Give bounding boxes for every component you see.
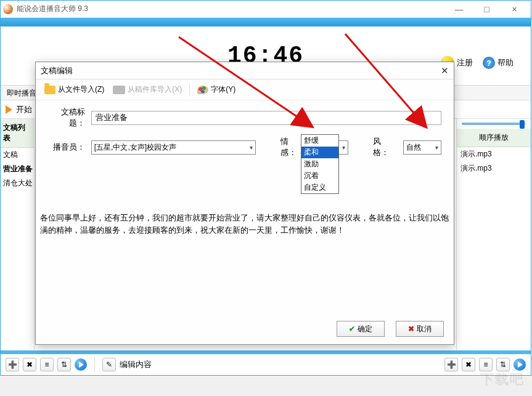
edit-dialog: 文稿编辑 ✕ 从文件导入(Z) 从稿件库导入(X) 字体(Y) 文稿标题： 播音…	[35, 62, 454, 345]
list-icon-2[interactable]: ≡	[479, 358, 493, 371]
emotion-option[interactable]: 激励	[301, 158, 338, 170]
list-icon[interactable]: ≡	[40, 358, 54, 371]
emotion-option[interactable]: 沉着	[301, 170, 338, 182]
sort-icon-2[interactable]: ⇅	[496, 358, 510, 371]
chevron-down-icon: ▾	[250, 144, 253, 151]
play-icon[interactable]	[6, 105, 12, 114]
import-file-button[interactable]: 从文件导入(Z)	[41, 83, 108, 96]
close-button[interactable]: ×	[501, 1, 528, 18]
emotion-dropdown[interactable]: 舒缓 柔和 激励 沉着 自定义	[301, 134, 339, 194]
dialog-title: 文稿编辑	[41, 65, 73, 76]
font-label: 字体(Y)	[211, 84, 235, 95]
x-icon: ✖	[408, 325, 414, 333]
add-icon[interactable]: ➕	[6, 358, 19, 371]
list-item[interactable]: 清仓大处	[1, 176, 34, 190]
font-button[interactable]: 字体(Y)	[194, 83, 239, 96]
add-icon-2[interactable]: ➕	[444, 358, 458, 371]
dialog-body-text: 各位同事早上好，还有五分钟，我们的超市就要开始营业了，请大家整理好自己的仪容仪表…	[40, 212, 449, 236]
remove-icon-2[interactable]: ✖	[462, 358, 475, 371]
palette-icon	[197, 86, 208, 94]
cancel-button[interactable]: ✖ 取消	[396, 321, 444, 337]
slider-thumb[interactable]	[520, 120, 525, 129]
cancel-label: 取消	[417, 324, 432, 334]
emotion-option[interactable]: 自定义	[301, 182, 338, 193]
ok-button[interactable]: ✔ 确定	[337, 321, 385, 337]
announcer-combo[interactable]: [五星,中文,女声]校园女声 ▾	[91, 140, 256, 155]
style-label: 风格：	[373, 136, 397, 158]
style-combo[interactable]: 自然 ▾	[403, 140, 441, 155]
accent-bar	[1, 18, 531, 26]
minimize-button[interactable]: —	[445, 1, 473, 18]
ok-label: 确定	[358, 324, 372, 334]
doc-title-input[interactable]	[91, 111, 441, 125]
edit-icon[interactable]: ✎	[102, 358, 116, 371]
edit-content-label: 编辑内容	[120, 359, 152, 370]
watermark: 下载吧	[480, 370, 525, 389]
library-icon	[113, 86, 125, 94]
list-item[interactable]: 文稿	[1, 148, 34, 162]
remove-icon[interactable]: ✖	[23, 358, 36, 371]
import-lib-button[interactable]: 从稿件库导入(X)	[109, 83, 186, 96]
left-heading: 文稿列表	[1, 119, 34, 148]
check-icon: ✔	[349, 325, 355, 333]
help-label: 帮助	[497, 57, 514, 68]
doc-title-label: 文稿标题：	[48, 107, 85, 129]
announcer-value: [五星,中文,女声]校园女声	[94, 142, 176, 153]
chevron-down-icon: ▾	[342, 144, 345, 151]
folder-icon	[44, 86, 55, 94]
help-icon: ?	[483, 57, 495, 69]
sort-icon[interactable]: ⇅	[57, 358, 71, 371]
import-lib-label: 从稿件库导入(X)	[128, 84, 182, 95]
window-title: 能说会道播音大师 9.3	[17, 4, 88, 14]
emotion-option[interactable]: 柔和	[301, 147, 338, 158]
help-link[interactable]: ? 帮助	[483, 57, 514, 69]
list-item[interactable]: 营业准备	[1, 162, 34, 176]
file-item[interactable]: 演示.mp3	[457, 147, 531, 161]
titlebar: 能说会道播音大师 9.3 — □ ×	[1, 1, 531, 18]
play-button[interactable]	[75, 358, 87, 371]
emotion-option[interactable]: 舒缓	[301, 135, 338, 147]
import-file-label: 从文件导入(Z)	[58, 84, 104, 95]
start-label: 开始	[16, 104, 32, 115]
register-label: 注册	[457, 57, 473, 68]
play-button-2[interactable]	[514, 358, 526, 371]
style-value: 自然	[406, 142, 421, 153]
chevron-down-icon: ▾	[435, 144, 438, 151]
announcer-label: 播音员：	[48, 142, 85, 153]
play-order-button[interactable]: 顺序播放	[457, 129, 531, 147]
app-icon	[3, 4, 13, 14]
slider[interactable]	[457, 119, 531, 129]
dialog-close-button[interactable]: ✕	[441, 65, 449, 76]
file-item[interactable]: 演示.mp3	[457, 161, 531, 176]
maximize-button[interactable]: □	[473, 1, 501, 18]
